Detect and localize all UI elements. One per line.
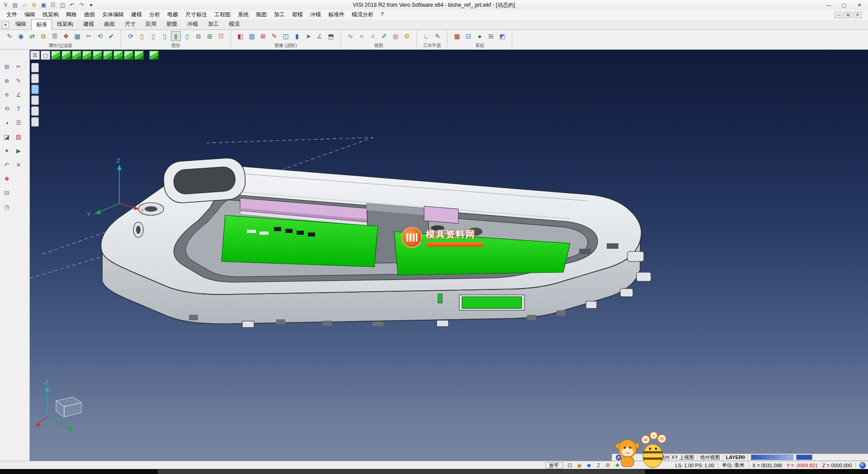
swatches-icon[interactable]: ▤ <box>14 132 24 142</box>
tab-machining[interactable]: 加工 <box>203 19 224 29</box>
mdi-minimize-button[interactable]: — <box>835 12 843 18</box>
menu-item[interactable]: 加工 <box>270 10 288 19</box>
menu-item[interactable]: 塑模 <box>288 10 307 19</box>
refresh-view-icon[interactable]: ✦ <box>2 146 12 156</box>
mdi-close-button[interactable]: ✕ <box>854 12 862 18</box>
stored-view-card-6[interactable] <box>31 117 39 127</box>
surface-column-icon[interactable]: ▯ <box>160 31 170 41</box>
taskbar-window-segment[interactable] <box>158 469 645 474</box>
mesh-column-icon[interactable]: ▯ <box>182 31 192 41</box>
menu-item[interactable]: 系统 <box>234 10 252 19</box>
color-filter-icon[interactable]: ❖ <box>61 31 71 41</box>
view-back-icon[interactable] <box>82 51 92 60</box>
tab-mold[interactable]: 塑膜 <box>161 19 182 29</box>
system-table-icon[interactable]: ⊞ <box>486 31 496 41</box>
layer-grid-icon[interactable]: ⊞ <box>258 31 268 41</box>
view-bottom-icon[interactable] <box>113 51 123 60</box>
view-blank-icon[interactable]: ▢ <box>41 51 50 60</box>
menu-item[interactable]: 模流分析 <box>348 10 377 19</box>
status-users-icon[interactable]: ☻ <box>585 462 593 469</box>
text-icon[interactable]: T <box>14 104 24 114</box>
tab-die[interactable]: 冲模 <box>182 19 203 29</box>
menu-item[interactable]: 线架构 <box>39 10 62 19</box>
shaded-mode-icon[interactable]: ◑ <box>2 118 12 128</box>
attribute-swap-icon[interactable]: ⇄ <box>27 31 37 41</box>
menu-item[interactable]: 曲面 <box>80 10 99 19</box>
play-icon[interactable]: ▶ <box>14 146 24 156</box>
history-icon[interactable]: ◷ <box>2 202 12 212</box>
wireframe-mode-icon[interactable]: ◪ <box>2 132 12 142</box>
wireframe-column-icon[interactable]: ▯ <box>148 31 158 41</box>
view-top-icon[interactable] <box>61 51 71 60</box>
pan-icon[interactable]: ✛ <box>2 90 12 100</box>
pen-color-swatch[interactable] <box>796 455 812 460</box>
archive-icon[interactable]: ⊟ <box>2 188 12 198</box>
layer-copy-icon[interactable]: ◫ <box>281 31 291 41</box>
type-filter-icon[interactable]: ▦ <box>72 31 82 41</box>
workplane-edit-icon[interactable]: ✎ <box>433 31 443 41</box>
workplane-axes-icon[interactable]: ∟ <box>421 31 431 41</box>
view-iso-ne-icon[interactable] <box>124 51 133 60</box>
status-help-icon[interactable]: 2 <box>595 462 602 469</box>
viewport-3d[interactable]: Z Y x Z ☰▢ <box>30 50 868 461</box>
stored-view-card-5[interactable] <box>31 106 39 116</box>
quick-filter-icon[interactable]: ✂ <box>84 31 94 41</box>
mdi-restore-button[interactable]: ⧉ <box>844 12 852 18</box>
tab-moldflow[interactable]: 模流 <box>224 19 245 29</box>
view-options-icon[interactable]: ⚙ <box>402 31 412 41</box>
search-icon[interactable] <box>624 455 630 460</box>
view-plane-icon[interactable]: ⌗ <box>368 31 378 41</box>
status-capture-icon[interactable]: ◉ <box>576 462 583 469</box>
stored-view-card-2[interactable] <box>31 74 39 83</box>
snap-lock-button[interactable]: 拴牢 <box>546 462 563 469</box>
zoom-window-icon[interactable]: ⊞ <box>2 62 12 71</box>
tab-modeling[interactable]: 建模 <box>78 19 99 29</box>
delete-icon[interactable]: ✕ <box>14 160 24 170</box>
layer-box-icon[interactable]: ⬒ <box>326 31 336 41</box>
tab-surface[interactable]: 曲面 <box>99 19 120 29</box>
solid-column-icon[interactable]: ▮ <box>171 31 181 41</box>
sketch-icon[interactable]: ✎ <box>14 76 24 85</box>
system-palette-icon[interactable]: ▦ <box>452 31 462 41</box>
angle-icon[interactable]: ∠ <box>14 90 24 100</box>
close-button[interactable]: ✕ <box>852 0 867 10</box>
cut-icon[interactable]: ✂ <box>14 62 24 71</box>
group-add-icon[interactable]: ⊞ <box>205 31 215 41</box>
view-iso-sw-icon[interactable] <box>134 51 144 60</box>
stored-view-card-3[interactable] <box>31 85 39 94</box>
layer-single-icon[interactable]: ▮ <box>292 31 302 41</box>
display-sort-icon[interactable]: ☷ <box>216 31 226 41</box>
view-orientation-label[interactable]: 绝对 XY 上视图 <box>660 454 694 461</box>
view-front-icon[interactable] <box>72 51 81 60</box>
tab-apply[interactable]: 应用 <box>141 19 161 29</box>
menu-item[interactable]: 实体编辑 <box>99 10 127 19</box>
system-render-icon[interactable]: ● <box>475 31 485 41</box>
layer-columns-icon[interactable]: ▥ <box>247 31 257 41</box>
menu-item[interactable]: 视图 <box>252 10 270 19</box>
stored-view-card-4[interactable] <box>31 95 39 105</box>
menu-item[interactable]: 工程图 <box>211 10 234 19</box>
previous-view-icon[interactable]: ↶ <box>2 160 12 170</box>
layer-move-icon[interactable]: ➤ <box>303 31 313 41</box>
geometry-column-icon[interactable]: ▯ <box>137 31 147 41</box>
group-stack-icon[interactable]: ⧉ <box>193 31 203 41</box>
menu-item[interactable]: 分析 <box>146 10 164 19</box>
palette-icon[interactable]: ❖ <box>2 174 12 184</box>
view-left-icon[interactable] <box>93 51 102 60</box>
tab-dimension[interactable]: 尺寸 <box>120 19 141 29</box>
stored-view-card-1[interactable] <box>31 63 39 72</box>
layers-icon[interactable]: ☰ <box>14 118 24 128</box>
menu-item[interactable]: 标准件 <box>325 10 348 19</box>
menu-item[interactable]: 尺寸标注 <box>182 10 211 19</box>
system-plane-icon[interactable]: ◩ <box>497 31 507 41</box>
menu-item[interactable]: 编辑 <box>21 10 39 19</box>
status-cube-icon[interactable]: ❖ <box>614 462 621 469</box>
active-layer-label[interactable]: LAYER0 <box>726 455 745 460</box>
minimize-button[interactable]: — <box>821 0 836 10</box>
status-settings-icon[interactable]: ⚙ <box>604 462 612 469</box>
os-taskbar[interactable] <box>0 469 868 474</box>
status-display-icon[interactable]: ⊡ <box>566 462 574 469</box>
viewbar-menu-icon[interactable]: ☰ <box>30 51 40 60</box>
view-right-icon[interactable] <box>103 51 113 60</box>
apply-filter-icon[interactable]: ✔ <box>106 31 116 41</box>
